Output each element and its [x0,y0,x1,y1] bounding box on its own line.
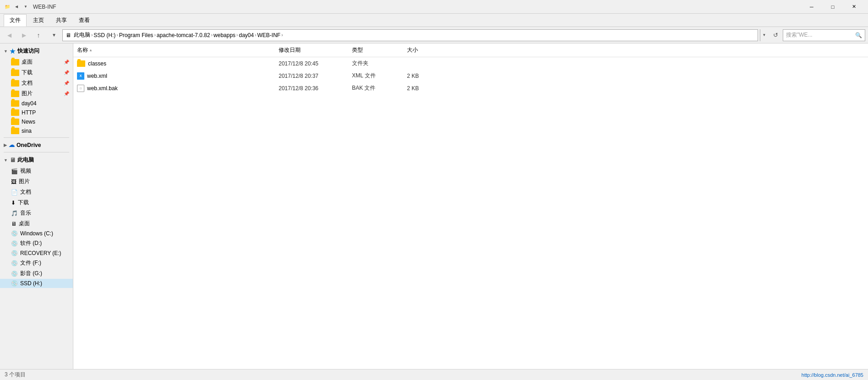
search-box[interactable]: 搜索"WE... 🔍 [783,29,865,41]
videos-label: 视频 [20,167,31,175]
back-arrow-icon: ◀ [13,3,20,11]
path-webinf[interactable]: WEB-INF [257,32,280,38]
sina-label: sina [22,128,32,134]
file-size-classes [403,63,449,65]
this-pc-icon: 🖥 [10,157,16,163]
sidebar-item-desktop-pc[interactable]: 🖥 桌面 [0,218,73,229]
file-size-webxmlbak: 2 KB [403,84,449,92]
ssd-h-label: SSD (H:) [20,280,42,287]
videos-icon: 🎬 [11,168,18,174]
download-pc-icon: ⬇ [11,200,16,206]
onedrive-label: OneDrive [16,142,41,148]
sidebar-item-media-g[interactable]: 💿 影音 (G:) [0,268,73,279]
column-headers: 名称 ▲ 修改日期 类型 大小 [73,43,868,57]
ribbon: 文件 主页 共享 查看 [0,14,868,27]
media-drive-icon: 💿 [11,271,18,277]
sidebar-item-download-pc[interactable]: ⬇ 下载 [0,197,73,208]
news-label: News [22,119,35,125]
up-button[interactable]: ↑ [32,29,45,42]
file-date-webxml: 2017/12/8 20:37 [275,72,348,80]
refresh-button[interactable]: ↺ [770,30,781,41]
sidebar-item-windows-c[interactable]: 💿 Windows (C:) [0,229,73,238]
path-this-pc[interactable]: 此电脑 [74,31,90,39]
col-header-name[interactable]: 名称 ▲ [73,45,275,55]
path-webapps[interactable]: webapps [214,32,236,38]
window-title: WEB-INF [33,4,801,10]
sidebar-item-http[interactable]: HTTP [0,108,73,117]
software-d-label: 软件 (D:) [20,239,42,247]
sidebar-item-music[interactable]: 🎵 音乐 [0,208,73,218]
title-bar: 📁 ◀ ▼ WEB-INF ─ □ ✕ [0,0,868,14]
search-icon[interactable]: 🔍 [855,32,862,38]
tab-view[interactable]: 查看 [73,15,95,26]
recent-locations-button[interactable]: ▼ [48,29,60,42]
tab-share[interactable]: 共享 [50,15,72,26]
forward-button[interactable]: ▶ [17,29,30,42]
desktop-pc-label: 桌面 [19,220,30,228]
software-drive-icon: 💿 [11,240,18,247]
sidebar-divider-1 [4,137,69,138]
address-path[interactable]: 🖥 此电脑 › SSD (H:) › Program Files › apach… [62,29,758,41]
col-header-modified[interactable]: 修改日期 [275,45,348,55]
status-url: http://blog.csdn.net/ai_6785 [802,372,863,378]
bak-file-icon: □ [77,85,84,92]
sidebar-item-videos[interactable]: 🎬 视频 [0,166,73,176]
sidebar-this-pc-header[interactable]: ▼ 🖥 此电脑 [0,154,73,166]
sidebar-item-download[interactable]: 下载 📌 [0,67,73,78]
sidebar-item-news[interactable]: News [0,117,73,126]
media-g-label: 影音 (G:) [20,270,42,277]
desktop-label: 桌面 [22,58,33,66]
http-label: HTTP [22,109,36,116]
sidebar-item-sina[interactable]: sina [0,126,73,136]
search-placeholder: 搜索"WE... [786,31,855,39]
desktop-pc-icon: 🖥 [11,221,16,227]
sidebar-item-pictures[interactable]: 图片 📌 [0,88,73,99]
sidebar-item-desktop[interactable]: 桌面 📌 [0,57,73,67]
table-row[interactable]: X web.xml 2017/12/8 20:37 XML 文件 2 KB [73,70,868,82]
path-ssd[interactable]: SSD (H:) [93,32,115,38]
col-header-type[interactable]: 类型 [348,45,403,55]
news-folder-icon [11,119,19,125]
path-day04[interactable]: day04 [239,32,254,38]
pin-icon-download: 📌 [64,70,69,75]
download-label: 下载 [22,69,33,76]
sidebar-item-recovery-e[interactable]: 💿 RECOVERY (E:) [0,249,73,258]
file-size-webxml: 2 KB [403,72,449,80]
sidebar-item-documents[interactable]: 文档 📌 [0,78,73,88]
sidebar-item-ssd-h[interactable]: 💿 SSD (H:) [0,279,73,288]
sidebar-quick-access-header[interactable]: ▼ ★ 快速访问 [0,45,73,57]
files-f-label: 文件 (F:) [20,259,41,267]
pin-icon-desktop: 📌 [64,60,69,65]
this-pc-chevron: ▼ [4,158,8,163]
sidebar-item-files-f[interactable]: 💿 文件 (F:) [0,258,73,268]
tab-file[interactable]: 文件 [4,14,27,27]
tab-home[interactable]: 主页 [27,15,49,26]
maximize-button[interactable]: □ [822,0,843,14]
file-name-webxmlbak: □ web.xml.bak [73,84,275,93]
file-date-webxmlbak: 2017/12/8 20:36 [275,84,348,92]
documents-folder-icon [11,80,19,87]
table-row[interactable]: classes 2017/12/8 20:45 文件夹 [73,57,868,70]
sidebar-item-documents-pc[interactable]: 📄 文档 [0,187,73,197]
documents-pc-icon: 📄 [11,189,18,195]
this-pc-label: 此电脑 [17,156,34,164]
address-dropdown-button[interactable]: ▼ [760,29,768,41]
documents-pc-label: 文档 [20,188,31,196]
col-header-size[interactable]: 大小 [403,45,449,55]
table-row[interactable]: □ web.xml.bak 2017/12/8 20:36 BAK 文件 2 K… [73,82,868,94]
sidebar-item-software-d[interactable]: 💿 软件 (D:) [0,238,73,249]
sidebar-item-pictures-pc[interactable]: 🖼 图片 [0,176,73,187]
minimize-button[interactable]: ─ [801,0,822,14]
path-tomcat[interactable]: apache-tomcat-7.0.82 [157,32,210,38]
file-name-classes: classes [73,60,275,68]
http-folder-icon [11,109,19,116]
ssd-drive-icon: 💿 [11,280,18,287]
sort-arrow: ▲ [89,48,93,52]
down-arrow-icon: ▼ [22,3,29,11]
ribbon-tabs: 文件 主页 共享 查看 [0,14,868,27]
sidebar-onedrive-header[interactable]: ▶ ☁ OneDrive [0,140,73,150]
back-button[interactable]: ◀ [3,29,16,42]
close-button[interactable]: ✕ [843,0,864,14]
sidebar-item-day04[interactable]: day04 [0,99,73,108]
path-program-files[interactable]: Program Files [119,32,154,38]
